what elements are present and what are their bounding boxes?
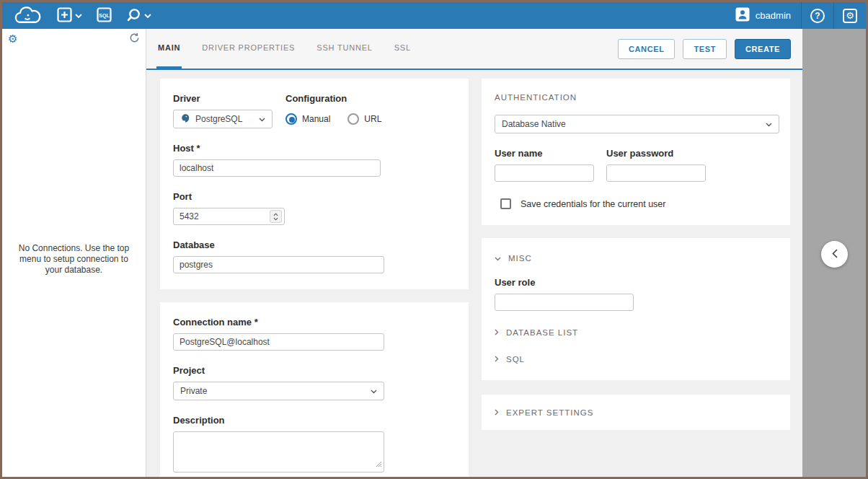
user-menu[interactable]: cbadmin: [725, 2, 801, 29]
checkbox-unchecked-icon[interactable]: [500, 198, 511, 209]
radio-manual[interactable]: Manual: [285, 113, 330, 125]
driver-select[interactable]: PostgreSQL: [173, 110, 273, 128]
sql-section-label: SQL: [506, 355, 525, 364]
expert-settings-card: EXPERT SETTINGS: [482, 395, 790, 430]
description-label: Description: [173, 415, 456, 426]
svg-text:SQL: SQL: [99, 12, 110, 18]
driver-manager-icon: [126, 7, 141, 25]
connection-name-card: Connection name * Project Private: [160, 302, 469, 477]
sql-editor-button[interactable]: SQL: [89, 2, 119, 29]
user-name-label: cbadmin: [756, 10, 791, 21]
dialog-actions: CANCEL TEST CREATE: [618, 29, 791, 69]
new-connection-button[interactable]: [50, 2, 89, 29]
cancel-button[interactable]: CANCEL: [618, 39, 675, 59]
plus-square-icon: [57, 7, 72, 25]
gear-icon: ⚙: [8, 34, 17, 45]
database-list-section-toggle[interactable]: DATABASE LIST: [495, 327, 578, 338]
chevron-down-icon: [259, 114, 265, 124]
sidebar-settings-button[interactable]: ⚙: [8, 34, 17, 45]
driver-manager-button[interactable]: [119, 2, 159, 29]
connection-name-label: Connection name *: [173, 317, 456, 328]
radio-url-label: URL: [364, 114, 381, 124]
collapse-panel-button[interactable]: [821, 241, 848, 268]
authentication-section-label: AUTHENTICATION: [495, 93, 777, 102]
sidebar-toolbar: ⚙: [2, 29, 146, 49]
tab-ssh-tunnel[interactable]: SSH TUNNEL: [315, 29, 373, 69]
user-name-input[interactable]: [495, 164, 594, 182]
test-button[interactable]: TEST: [683, 39, 727, 59]
chevron-down-icon: [495, 252, 501, 263]
topbar-left-group: SQL: [2, 2, 159, 29]
connection-settings-card: Driver PostgreSQL: [160, 79, 469, 289]
create-button[interactable]: CREATE: [735, 39, 791, 59]
database-label: Database: [173, 240, 456, 250]
tab-driver-properties[interactable]: DRIVER PROPERTIES: [200, 29, 296, 69]
tab-main[interactable]: MAIN: [156, 29, 182, 69]
chevron-right-icon: [495, 353, 499, 364]
user-icon: [735, 7, 750, 25]
chevron-left-icon: [832, 249, 838, 260]
project-select[interactable]: Private: [173, 382, 384, 400]
user-password-input[interactable]: [606, 164, 706, 182]
database-list-section-label: DATABASE LIST: [506, 328, 578, 337]
empty-connections-message: No Connections. Use the top menu to setu…: [2, 243, 146, 276]
authentication-method-select[interactable]: Database Native: [495, 115, 779, 133]
radio-manual-label: Manual: [302, 114, 330, 124]
authentication-card: AUTHENTICATION Database Native User name: [482, 79, 790, 225]
postgresql-icon: [180, 113, 190, 126]
app-body: ⚙ No Connections. Use the top menu to se…: [2, 29, 866, 477]
left-column: Driver PostgreSQL: [160, 79, 469, 477]
cloudbeaver-logo-icon[interactable]: [11, 5, 44, 27]
sql-section-toggle[interactable]: SQL: [495, 353, 525, 364]
description-textarea[interactable]: [173, 431, 384, 473]
user-password-label: User password: [606, 148, 706, 159]
driver-label: Driver: [173, 93, 273, 104]
connection-name-input[interactable]: [173, 333, 384, 351]
port-input[interactable]: [173, 208, 285, 225]
driver-select-value: PostgreSQL: [195, 114, 254, 124]
form-content: Driver PostgreSQL: [146, 70, 802, 477]
user-role-label: User role: [495, 277, 777, 288]
user-role-input[interactable]: [495, 294, 634, 311]
expert-settings-section-label: EXPERT SETTINGS: [506, 408, 593, 417]
chevron-down-icon: [371, 386, 377, 396]
chevron-down-icon: [144, 10, 151, 21]
radio-url[interactable]: URL: [347, 113, 381, 125]
topbar-right-group: cbadmin ? ⚙: [725, 2, 866, 29]
save-credentials-label: Save credentials for the current user: [521, 199, 666, 209]
tab-ssl[interactable]: SSL: [393, 29, 412, 69]
refresh-icon: [129, 32, 140, 45]
sidebar-refresh-button[interactable]: [129, 32, 140, 45]
port-label: Port: [173, 191, 456, 202]
project-select-value: Private: [180, 386, 366, 396]
misc-section-toggle[interactable]: MISC: [495, 252, 532, 263]
project-label: Project: [173, 365, 456, 376]
misc-section-label: MISC: [508, 254, 532, 263]
expert-settings-section-toggle[interactable]: EXPERT SETTINGS: [495, 407, 593, 418]
host-input[interactable]: [173, 159, 381, 177]
chevron-down-icon: [766, 119, 772, 129]
authentication-method-value: Database Native: [502, 119, 761, 129]
database-input[interactable]: [173, 256, 384, 273]
radio-unselected-icon: [347, 113, 359, 125]
navigation-sidebar: ⚙ No Connections. Use the top menu to se…: [2, 29, 146, 477]
port-stepper[interactable]: [270, 210, 282, 223]
tabs: MAIN DRIVER PROPERTIES SSH TUNNEL SSL: [156, 29, 412, 69]
collapsed-panel-rail: [802, 29, 866, 477]
user-name-label: User name: [495, 148, 594, 159]
resize-handle-icon[interactable]: [376, 457, 382, 470]
help-button[interactable]: ?: [802, 2, 833, 29]
configuration-label: Configuration: [285, 93, 381, 104]
save-credentials-option[interactable]: Save credentials for the current user: [495, 198, 777, 209]
sql-icon: SQL: [97, 7, 112, 25]
top-bar: SQL: [2, 2, 866, 29]
chevron-down-icon: [75, 10, 82, 21]
chevron-right-icon: [495, 327, 499, 338]
help-icon: ?: [810, 9, 825, 23]
cloudbeaver-window: SQL: [0, 0, 868, 479]
settings-button[interactable]: ⚙: [834, 2, 866, 29]
gear-icon: ⚙: [843, 9, 857, 23]
port-field: [173, 208, 285, 225]
connection-dialog: MAIN DRIVER PROPERTIES SSH TUNNEL SSL CA…: [146, 29, 802, 477]
radio-selected-icon: [285, 113, 297, 125]
